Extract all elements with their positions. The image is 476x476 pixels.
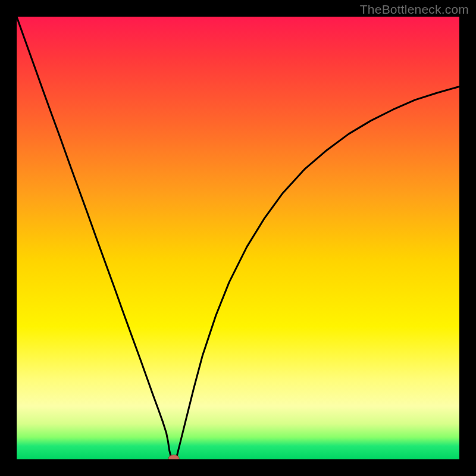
watermark-label: TheBottleneck.com	[360, 2, 469, 17]
plot-area	[17, 17, 459, 459]
bottleneck-curve	[17, 17, 459, 459]
chart-svg	[17, 17, 459, 459]
chart-frame: TheBottleneck.com	[0, 0, 476, 476]
optimal-point-marker	[168, 455, 179, 459]
